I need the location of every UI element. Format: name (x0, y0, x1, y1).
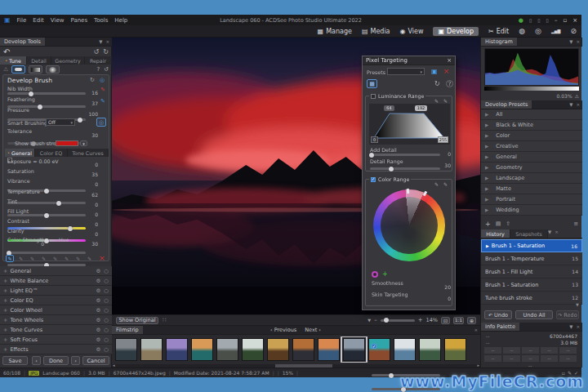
gear-icon[interactable]: ⚙ (96, 346, 101, 353)
zoom-level[interactable]: 14% (426, 317, 438, 323)
filmstrip-thumbnail[interactable] (191, 338, 213, 361)
panel-close-icon[interactable]: × (576, 39, 580, 44)
delete-preset-icon[interactable]: × (443, 67, 450, 75)
undo-button[interactable]: ↶Undo (484, 310, 512, 319)
gear-icon[interactable]: ⚙ (96, 278, 101, 284)
magenta-dropper-icon[interactable] (372, 271, 378, 278)
brush-4-button[interactable]: ✎ (42, 256, 46, 261)
undo-all-button[interactable]: Undo All (515, 310, 553, 319)
filmstrip-thumbnail[interactable] (292, 338, 314, 361)
preset-matte[interactable]: ▶Matte (481, 184, 582, 194)
toggle-icon[interactable]: ○ (104, 297, 109, 304)
dialog-close-icon[interactable]: × (447, 57, 452, 64)
filmstrip-close-icon[interactable]: × (474, 327, 478, 332)
filmstrip-thumbnail[interactable] (318, 338, 340, 361)
menu-panes[interactable]: Panes (70, 17, 87, 24)
toggle-icon[interactable]: ○ (104, 317, 109, 323)
preset-geometry[interactable]: ▶Geometry (481, 163, 582, 173)
brush-target-icon[interactable]: ◎ (100, 77, 105, 83)
menu-edit[interactable]: Edit (33, 17, 44, 24)
mode-media[interactable]: ▤Media (362, 28, 390, 35)
layout-center-icon[interactable]: ▯ (537, 17, 540, 23)
close-button[interactable]: × (572, 17, 577, 24)
handle-255[interactable]: 255 (438, 136, 448, 143)
filmstrip-thumbnail[interactable] (394, 338, 416, 361)
layout-right-icon[interactable]: ▯ (546, 17, 549, 23)
tab-geometry[interactable]: Geometry (51, 56, 85, 65)
toggle-icon[interactable]: ○ (104, 327, 109, 333)
list-options-icon[interactable]: ≡ (573, 220, 578, 227)
pan-tool-button[interactable]: ⊕ (467, 317, 476, 324)
save-button[interactable]: Save (2, 356, 28, 365)
brush-7-button[interactable]: ✎ (76, 256, 80, 261)
saturation-slider[interactable] (7, 202, 86, 204)
brush-tab-tone-curves[interactable]: Tone Curves (68, 149, 109, 157)
reset-all-icon[interactable]: ↺ (94, 48, 100, 56)
filmstrip-thumbnail[interactable] (267, 338, 289, 361)
zoom-menu-icon[interactable]: ▼ (368, 318, 371, 323)
film-reel-icon[interactable]: ◍ (519, 27, 525, 35)
menu-file[interactable]: File (17, 17, 27, 24)
delete-brush-icon[interactable]: × (99, 254, 105, 262)
menu-view[interactable]: View (51, 17, 65, 24)
preset-black-white[interactable]: ▶Black & White (481, 120, 582, 131)
brush-2-button[interactable]: ✎ (19, 256, 23, 261)
mode-view[interactable]: ◉View (400, 28, 424, 35)
history-item[interactable]: Tune brush stroke12 (481, 292, 582, 305)
linear-gradient-tool-button[interactable] (29, 65, 42, 74)
mode-edit[interactable]: ✂Edit (488, 28, 509, 35)
show-original-button[interactable]: Show Original (116, 317, 158, 324)
color-dropper-minus-icon[interactable]: ✎ (443, 181, 448, 187)
fill-light-slider[interactable] (7, 252, 86, 254)
brush-tool-button[interactable] (11, 65, 25, 74)
toggle-icon[interactable]: ○ (104, 268, 109, 274)
filmstrip-thumbnail[interactable] (368, 338, 390, 361)
presets-dropdown[interactable]: ▾ (387, 68, 425, 75)
export-icon[interactable]: ⇧ (506, 220, 510, 227)
gear-icon[interactable]: ⚙ (96, 307, 101, 314)
preset-color[interactable]: ▶Color (481, 131, 582, 141)
zoom-slider[interactable] (381, 319, 415, 322)
handle-192[interactable]: 192 (415, 105, 427, 111)
save-preset-icon[interactable]: ▣ (431, 68, 438, 75)
gear-icon[interactable]: ⚙ (96, 287, 101, 294)
pin-icon[interactable]: ▼ (548, 229, 551, 238)
tab-detail[interactable]: Detail (27, 56, 51, 65)
brush-3-button[interactable]: ✎ (30, 256, 34, 261)
group-light-eq[interactable]: +Light EQ™⚙○ (0, 286, 112, 296)
filmstrip-thumbnail[interactable] (140, 338, 163, 361)
color-dropper-plus-icon[interactable]: ✎ (434, 181, 439, 187)
pin-icon[interactable]: ▼ (569, 102, 572, 107)
preset-all[interactable]: ▶All (481, 109, 582, 120)
clipping-warning-icon[interactable]: ⚠ (575, 93, 579, 99)
detail-range-slider[interactable] (370, 167, 440, 170)
filmstrip-thumbnail[interactable] (242, 338, 264, 361)
color-range-checkbox[interactable] (371, 177, 376, 182)
stroke-color-swatch[interactable] (56, 140, 78, 146)
next-image-button[interactable]: › (71, 356, 80, 365)
add-snapshot-icon[interactable]: + (485, 220, 491, 228)
filmstrip-thumbnail[interactable] (166, 338, 188, 361)
brush-tab-general[interactable]: •General (5, 149, 35, 157)
redo-button[interactable]: ↷Redo (556, 310, 579, 319)
filmstrip-thumbnail[interactable] (115, 338, 137, 361)
brush-add-icon[interactable]: ✎ (100, 87, 105, 93)
cancel-button[interactable]: Cancel (82, 356, 109, 365)
dashboard-icon[interactable]: ▂▅▇ (551, 29, 561, 33)
gear-icon[interactable]: ⚙ (96, 336, 101, 343)
gear-icon[interactable]: ⚙ (96, 327, 101, 333)
brush-6-button[interactable]: ✎ (65, 256, 69, 261)
mode-develop[interactable]: ▣Develop (433, 27, 479, 36)
toggle-icon[interactable]: ○ (104, 346, 109, 353)
radial-gradient-tool-button[interactable] (46, 65, 60, 74)
layout-left-icon[interactable]: ▯ (529, 17, 532, 23)
preset-general[interactable]: ▶General (481, 152, 582, 163)
toggle-icon[interactable]: ○ (104, 278, 109, 284)
done-button[interactable]: Done (43, 356, 69, 365)
toggle-icon[interactable]: ○ (104, 336, 109, 343)
group-tone-wheels[interactable]: +Tone Wheels⚙○ (0, 315, 112, 325)
gear-icon[interactable]: ⚙ (96, 268, 101, 274)
wheel-handle-left[interactable] (407, 189, 410, 194)
pin-icon[interactable]: ▼ (569, 39, 572, 44)
previous-button[interactable]: ‹Previous (270, 327, 296, 333)
